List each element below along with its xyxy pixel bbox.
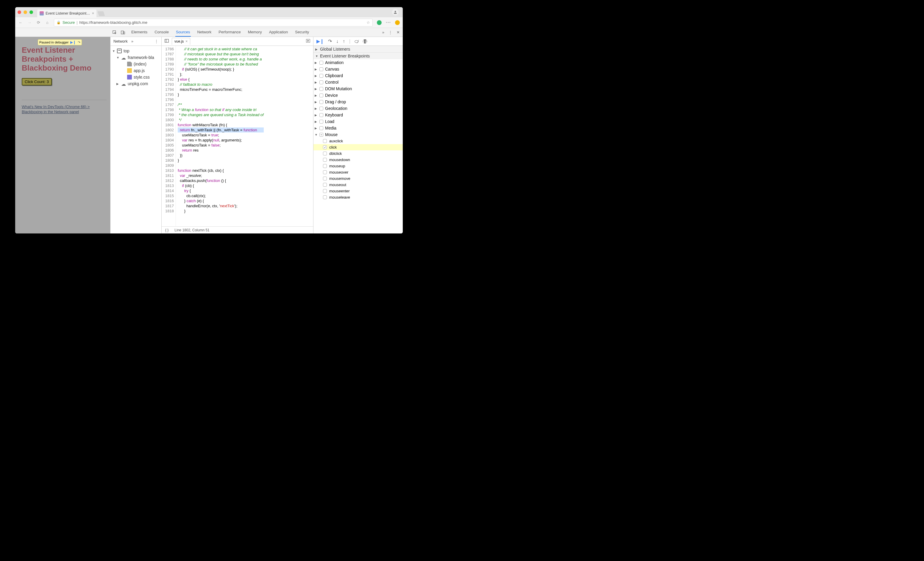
- step-out-icon[interactable]: ↑: [343, 39, 345, 44]
- deactivate-breakpoints-icon[interactable]: ⬭̸: [354, 39, 359, 44]
- evcat-device[interactable]: ▶Device: [314, 92, 403, 99]
- home-button[interactable]: ⌂: [45, 20, 50, 25]
- checkbox-icon[interactable]: [320, 113, 323, 117]
- step-overlay-icon[interactable]: ↷: [78, 40, 80, 44]
- device-toggle-icon[interactable]: [119, 30, 127, 35]
- close-editor-tab-icon[interactable]: ×: [186, 39, 188, 44]
- evitem-mouseup[interactable]: mouseup: [314, 163, 403, 169]
- extension-3-icon[interactable]: [395, 20, 400, 25]
- profile-button[interactable]: [392, 9, 399, 15]
- evitem-mouseout[interactable]: mouseout: [314, 182, 403, 188]
- panel-console[interactable]: Console: [154, 28, 170, 37]
- editor-tab-vuejs[interactable]: vue.js ×: [172, 38, 190, 45]
- extension-2-icon[interactable]: •••: [386, 20, 391, 25]
- checkbox-icon[interactable]: [323, 164, 327, 168]
- forward-button[interactable]: →: [27, 20, 32, 25]
- run-snippet-icon[interactable]: [305, 39, 311, 44]
- checkbox-icon[interactable]: [323, 177, 327, 180]
- extension-1-icon[interactable]: [377, 20, 382, 25]
- code-area[interactable]: // it can get stuck in a weird state whe…: [176, 46, 264, 226]
- checkbox-icon[interactable]: [320, 126, 323, 130]
- checkbox-icon[interactable]: [320, 61, 323, 64]
- browser-tab[interactable]: Event Listener Breakpoints + B ×: [37, 9, 96, 17]
- navigator-tab[interactable]: Network: [113, 39, 128, 44]
- evcat-mouse[interactable]: ▼Mouse: [314, 131, 403, 138]
- evitem-mousedown[interactable]: mousedown: [314, 157, 403, 163]
- new-tab-button[interactable]: [98, 11, 105, 16]
- panel-elements[interactable]: Elements: [130, 28, 148, 37]
- checkbox-icon[interactable]: [320, 93, 323, 98]
- checkbox-icon[interactable]: [323, 183, 327, 187]
- evitem-mousemove[interactable]: mousemove: [314, 176, 403, 182]
- checkbox-icon[interactable]: [323, 195, 327, 199]
- evcat-clipboard[interactable]: ▶Clipboard: [314, 72, 403, 79]
- step-over-icon[interactable]: ↷: [328, 38, 332, 44]
- url-box[interactable]: 🔒 Secure | https://framework-blackboxing…: [54, 19, 373, 27]
- tree-cdn[interactable]: ▶☁unpkg.com: [116, 80, 160, 87]
- tree-file-appjs[interactable]: app.js: [126, 67, 160, 74]
- reload-button[interactable]: ⟳: [36, 20, 41, 25]
- back-button[interactable]: ←: [18, 20, 23, 25]
- panel-performance[interactable]: Performance: [218, 28, 241, 37]
- tree-file-stylecss[interactable]: style.css: [126, 74, 160, 80]
- evcat-geolocation[interactable]: ▶Geolocation: [314, 105, 403, 112]
- evitem-auxclick[interactable]: auxclick: [314, 138, 403, 144]
- section-global-listeners[interactable]: ▶Global Listeners: [314, 46, 403, 52]
- evitem-mouseenter[interactable]: mouseenter: [314, 188, 403, 194]
- navigator-more-icon[interactable]: »: [131, 39, 134, 44]
- evcat-dom-mutation[interactable]: ▶DOM Mutation: [314, 86, 403, 92]
- devtools-close-icon[interactable]: ✕: [396, 30, 400, 34]
- checkbox-icon[interactable]: [320, 87, 323, 91]
- panel-network[interactable]: Network: [197, 28, 212, 37]
- pause-on-exceptions-icon[interactable]: ❚❚: [363, 39, 367, 44]
- bookmark-star-icon[interactable]: ☆: [366, 20, 370, 25]
- evcat-animation[interactable]: ▶Animation: [314, 59, 403, 66]
- checkbox-mixed-icon[interactable]: [320, 133, 323, 136]
- window-maximize[interactable]: [30, 10, 33, 14]
- checkbox-icon[interactable]: [320, 74, 323, 78]
- checkbox-icon[interactable]: [320, 120, 323, 124]
- devtools-menu-icon[interactable]: ⋮: [388, 30, 392, 34]
- close-tab-icon[interactable]: ×: [92, 11, 94, 15]
- inspect-element-icon[interactable]: [111, 30, 119, 35]
- checkbox-icon[interactable]: [323, 189, 327, 193]
- evcat-media[interactable]: ▶Media: [314, 125, 403, 131]
- window-minimize[interactable]: [24, 10, 27, 14]
- tree-top[interactable]: ▼top: [112, 48, 160, 54]
- evcat-load[interactable]: ▶Load: [314, 118, 403, 125]
- checkbox-icon[interactable]: [320, 100, 323, 104]
- evcat-canvas[interactable]: ▶Canvas: [314, 66, 403, 72]
- click-count-button[interactable]: Click Count: 3: [22, 78, 52, 86]
- checkbox-icon[interactable]: [323, 139, 327, 143]
- evitem-mouseover[interactable]: mouseover: [314, 169, 403, 176]
- navigator-menu-icon[interactable]: ⋮: [154, 39, 158, 44]
- checkbox-icon[interactable]: [320, 80, 323, 84]
- checkbox-icon[interactable]: [320, 67, 323, 71]
- evcat-drag-drop[interactable]: ▶Drag / drop: [314, 99, 403, 105]
- panel-security[interactable]: Security: [294, 28, 310, 37]
- checkbox-icon[interactable]: [323, 152, 327, 155]
- resume-overlay-icon[interactable]: ▶❙: [70, 40, 76, 44]
- checkbox-icon[interactable]: [323, 158, 327, 162]
- toggle-navigator-icon[interactable]: [164, 39, 170, 44]
- evitem-dblclick[interactable]: dblclick: [314, 150, 403, 157]
- tree-domain[interactable]: ▼☁framework-bla: [116, 54, 160, 61]
- checkbox-icon[interactable]: [320, 106, 323, 111]
- evitem-click[interactable]: click: [314, 144, 403, 150]
- doc-link[interactable]: What's New In DevTools (Chrome 66) > Bla…: [22, 104, 106, 115]
- evcat-keyboard[interactable]: ▶Keyboard: [314, 112, 403, 118]
- panel-application[interactable]: Application: [268, 28, 289, 37]
- evcat-control[interactable]: ▶Control: [314, 79, 403, 86]
- section-event-listener-breakpoints[interactable]: ▼Event Listener Breakpoints: [314, 53, 403, 59]
- evitem-mouseleave[interactable]: mouseleave: [314, 194, 403, 200]
- panel-memory[interactable]: Memory: [248, 28, 262, 37]
- checkbox-icon[interactable]: [323, 170, 327, 174]
- resume-button[interactable]: ▶❙: [316, 38, 324, 44]
- window-close[interactable]: [18, 10, 21, 14]
- pretty-print-icon[interactable]: { }: [165, 228, 168, 232]
- more-panels-icon[interactable]: »: [382, 30, 384, 34]
- panel-sources[interactable]: Sources: [176, 28, 191, 37]
- step-into-icon[interactable]: ↓: [336, 39, 339, 44]
- checkbox-icon[interactable]: [323, 145, 327, 149]
- tree-file-index[interactable]: (index): [126, 61, 160, 67]
